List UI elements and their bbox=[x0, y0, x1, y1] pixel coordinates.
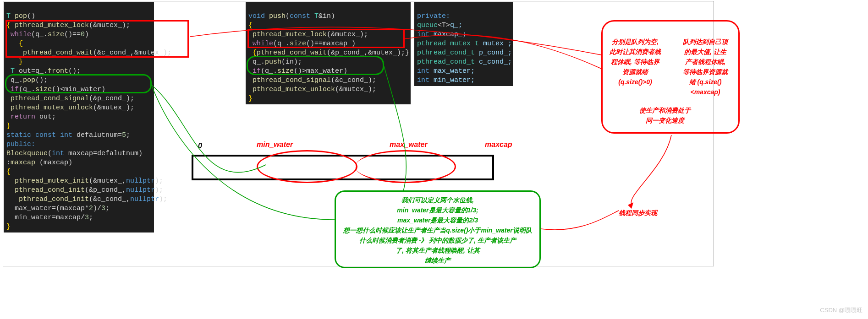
red-anno-right: 队列达到自己顶 的最大值, 让生 产者线程休眠, 等待临界资源就 绪 (q.si… bbox=[683, 37, 728, 97]
sync-label: 线程同步实现 bbox=[619, 208, 657, 218]
watermark: CSDN @嘎嘎旺 bbox=[820, 306, 863, 314]
label-min-water: min_water bbox=[257, 141, 293, 149]
green-anno-text: 我们可以定义两个水位线, min_water是最大容量的1/3; max_wat… bbox=[341, 195, 534, 265]
label-max-water: max_water bbox=[390, 141, 428, 149]
code-block-private: private: queue<T>q_; int maxcap_; pthrea… bbox=[414, 2, 513, 86]
max-water-oval bbox=[355, 150, 456, 183]
label-zero: 0 bbox=[198, 142, 202, 150]
min-water-oval bbox=[257, 150, 357, 183]
code-block-push: void push(const T&in) { pthread_mutex_lo… bbox=[246, 2, 411, 104]
red-anno-left: 分别是队列为空, 此时让其消费者线 程休眠, 等待临界 资源就绪 (q.size… bbox=[610, 37, 661, 87]
code-block-pop: T pop() { pthread_mutex_lock(&mutex_); w… bbox=[4, 2, 154, 232]
red-anno-center: 使生产和消费处于 同一变化速度 bbox=[639, 105, 691, 125]
label-maxcap: maxcap bbox=[485, 141, 512, 149]
